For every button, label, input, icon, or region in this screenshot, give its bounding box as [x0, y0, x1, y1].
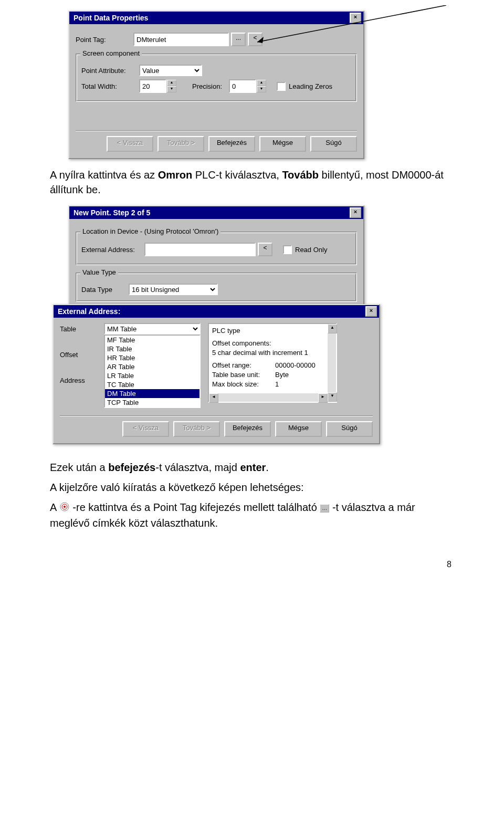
list-item[interactable]: HR Table: [105, 353, 200, 362]
point-attribute-select[interactable]: Value: [139, 65, 202, 76]
paragraph-3: A kijelzőre való kiíratás a következő ké…: [50, 480, 454, 495]
paragraph-4: A -re kattintva és a Point Tag kifejezés…: [50, 500, 454, 530]
back-arrow-button[interactable]: <: [258, 243, 272, 256]
list-item[interactable]: IR Table: [105, 344, 200, 353]
scroll-up-icon[interactable]: ▲: [328, 324, 337, 333]
precision-spinner[interactable]: ▲▼: [257, 80, 266, 92]
ellipsis-icon: …: [320, 504, 329, 513]
list-item[interactable]: MF Table: [105, 336, 200, 344]
point-tag-label: Point Tag:: [76, 36, 133, 44]
location-in-device-title: Location in Device - (Using Protocol 'Om…: [80, 227, 220, 235]
total-width-label: Total Width:: [81, 82, 139, 90]
value-type-title: Value Type: [80, 268, 118, 276]
external-address-input[interactable]: [144, 243, 256, 256]
list-item[interactable]: LR Table: [105, 371, 200, 380]
dialog3-titlebar[interactable]: External Address: ×: [54, 305, 379, 318]
info-scrollbar-vertical[interactable]: ▲ ▼: [328, 324, 336, 402]
dialog3-button-row: < Vissza Tovább > Befejezés Mégse Súgó: [60, 415, 373, 437]
list-item[interactable]: TC Table: [105, 380, 200, 389]
leading-zeros-checkbox[interactable]: [277, 82, 286, 91]
dialog2-titlebar[interactable]: New Point. Step 2 of 5 ×: [69, 206, 363, 219]
dialog1-titlebar[interactable]: Point Data Properties ×: [69, 12, 363, 24]
data-type-select[interactable]: 16 bit Unsigned: [129, 284, 218, 295]
value-type-group: Value Type Data Type 16 bit Unsigned: [76, 273, 357, 302]
finish-button[interactable]: Befejezés: [208, 136, 255, 152]
scroll-down-icon[interactable]: ▼: [328, 392, 337, 402]
close-icon[interactable]: ×: [350, 207, 361, 218]
list-item[interactable]: TCP Table: [105, 398, 200, 407]
paragraph-1: A nyílra kattintva és az Omron PLC-t kiv…: [50, 168, 454, 197]
svg-point-4: [64, 506, 66, 508]
back-arrow-button[interactable]: <: [248, 33, 262, 46]
precision-label: Precision:: [192, 82, 229, 90]
finish-button[interactable]: Befejezés: [224, 421, 271, 437]
dialog2-title: New Point. Step 2 of 5: [71, 208, 350, 217]
paragraph-2: Ezek után a befejezés-t választva, majd …: [50, 460, 454, 475]
total-width-spinner[interactable]: ▲▼: [167, 80, 176, 92]
point-attribute-label: Point Attribute:: [81, 67, 139, 75]
help-button[interactable]: Súgó: [326, 421, 373, 437]
address-label: Address: [60, 377, 97, 384]
dialog1-button-row: < Vissza Tovább > Befejezés Mégse Súgó: [76, 130, 357, 152]
offset-label: Offset: [60, 351, 97, 359]
point-data-properties-dialog: Point Data Properties × Point Tag: ... <…: [68, 11, 364, 159]
external-address-label: External Address:: [81, 246, 144, 254]
precision-input[interactable]: [229, 79, 256, 93]
new-point-dialog: New Point. Step 2 of 5 × Location in Dev…: [68, 205, 364, 305]
back-button[interactable]: < Vissza: [122, 421, 169, 437]
target-icon: [59, 501, 70, 516]
screen-component-title: Screen component: [80, 49, 142, 57]
list-item[interactable]: AR Table: [105, 362, 200, 371]
scroll-left-icon[interactable]: ◄: [209, 393, 218, 403]
table-select[interactable]: MM Table: [104, 323, 201, 335]
data-type-label: Data Type: [81, 286, 129, 294]
scroll-right-icon[interactable]: ►: [318, 393, 328, 403]
page-number: 8: [0, 539, 504, 569]
cancel-button[interactable]: Mégse: [275, 421, 322, 437]
external-address-dialog: External Address: × Table Offset Address…: [52, 304, 380, 444]
read-only-label: Read Only: [295, 246, 327, 254]
help-button[interactable]: Súgó: [310, 136, 357, 152]
point-tag-input[interactable]: [133, 33, 229, 46]
back-button[interactable]: < Vissza: [107, 136, 153, 152]
read-only-checkbox[interactable]: [283, 245, 292, 254]
next-button[interactable]: Tovább >: [173, 421, 220, 437]
close-icon[interactable]: ×: [350, 13, 361, 23]
total-width-input[interactable]: [139, 79, 166, 93]
ellipsis-button[interactable]: ...: [231, 33, 246, 46]
dialog1-title: Point Data Properties: [71, 14, 350, 22]
location-in-device-group: Location in Device - (Using Protocol 'Om…: [76, 232, 357, 265]
close-icon[interactable]: ×: [365, 306, 377, 317]
cancel-button[interactable]: Mégse: [259, 136, 306, 152]
info-scrollbar-horizontal[interactable]: ◄ ►: [209, 393, 328, 402]
plc-info-panel: PLC type Offset components: 5 char decim…: [208, 323, 337, 403]
table-label: Table: [60, 325, 97, 333]
dialog3-title: External Address:: [56, 307, 365, 316]
screen-component-group: Screen component Point Attribute: Value …: [76, 54, 357, 102]
leading-zeros-label: Leading Zeros: [289, 82, 332, 90]
next-button[interactable]: Tovább >: [158, 136, 204, 152]
table-listbox[interactable]: MF TableIR TableHR TableAR TableLR Table…: [104, 335, 201, 408]
list-item[interactable]: DM Table: [105, 389, 200, 398]
